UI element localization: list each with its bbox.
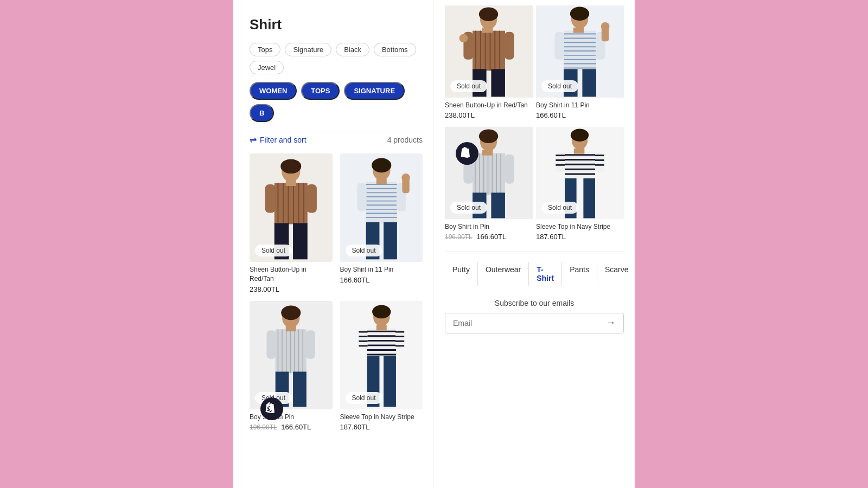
product-image-lp4: Sold out [340, 301, 423, 409]
subscribe-title: Subscribe to our emails [445, 299, 624, 307]
price-value-lp1: 238.00TL [250, 285, 279, 293]
filter-icon: ⇌ [250, 134, 257, 145]
svg-rect-32 [376, 179, 386, 184]
rp-price-original-rp3: 196.00TL [445, 233, 473, 241]
svg-rect-113 [473, 153, 505, 195]
svg-rect-146 [574, 149, 585, 154]
right-product-rp3[interactable]: Sold out Boy Shirt in Pin 196.00TL 166.6… [445, 127, 533, 246]
product-card-lp2[interactable]: Sold out Boy Shirt in 11 Pin 166.60TL [340, 153, 423, 293]
svg-point-89 [459, 34, 468, 43]
product-name-lp1: Sheen Button-Up in Red/Tan [250, 265, 333, 284]
rp-price-val-rp1: 238.00TL [445, 111, 475, 119]
svg-rect-122 [505, 154, 514, 183]
rp-price-val-rp4: 187.60TL [536, 233, 566, 241]
active-filter-signature[interactable]: SIGNATURE [344, 82, 405, 100]
svg-rect-13 [293, 223, 308, 260]
price-original-lp3: 196.00TL [250, 423, 277, 431]
svg-rect-47 [306, 330, 315, 358]
rp-sold-out-rp4: Sold out [541, 202, 578, 214]
svg-rect-11 [307, 184, 317, 213]
footer-nav: Putty Outerwear T-Shirt Pants Scarve [445, 252, 624, 291]
svg-rect-34 [402, 178, 409, 194]
filter-sort-label: Filter and sort [260, 136, 307, 144]
active-filter-tops[interactable]: TOPS [301, 82, 340, 100]
svg-rect-46 [266, 330, 276, 358]
svg-point-76 [479, 8, 498, 22]
rp-price-val-rp3: 166.60TL [476, 233, 506, 241]
right-product-rp2[interactable]: Sold out Boy Shirt in 11 Pin 166.60TL [536, 5, 624, 125]
svg-point-53 [372, 305, 391, 318]
filter-sort-button[interactable]: ⇌ Filter and sort [250, 134, 307, 145]
page-container: Shirt Tops Signature Black Bottoms Jewel… [0, 0, 868, 488]
rp-info-rp2: Boy Shirt in 11 Pin 166.60TL [536, 98, 624, 125]
svg-rect-107 [573, 28, 584, 33]
product-price-lp3: 196.00TL 166.60TL [250, 423, 333, 431]
email-submit-button[interactable]: → [598, 313, 623, 333]
svg-rect-125 [482, 150, 493, 156]
price-value-lp2: 166.60TL [340, 276, 370, 284]
product-price-lp4: 187.60TL [340, 423, 423, 431]
products-grid: Sold out Sheen Button-Up in Red/Tan 238.… [250, 153, 423, 431]
svg-rect-124 [491, 192, 505, 218]
svg-rect-28 [357, 183, 366, 211]
footer-nav-putty[interactable]: Putty [445, 262, 478, 286]
price-value-lp4: 187.60TL [340, 423, 370, 431]
shopify-badge-right[interactable] [456, 142, 478, 165]
footer-nav-pants[interactable]: Pants [562, 262, 597, 286]
sold-out-badge-lp1: Sold out [255, 245, 292, 256]
rp-image-rp3: Sold out [445, 127, 533, 219]
sold-out-badge-lp2: Sold out [346, 245, 382, 256]
rp-name-rp4: Sleeve Top in Navy Stripe [536, 222, 621, 232]
sold-out-badge-lp4: Sold out [346, 392, 382, 404]
svg-rect-106 [582, 69, 596, 97]
active-filter-b[interactable]: B [250, 104, 274, 122]
rp-price-val-rp2: 166.60TL [536, 111, 566, 119]
footer-nav-tshirt[interactable]: T-Shirt [529, 262, 562, 286]
svg-rect-87 [491, 69, 505, 97]
tag-filter-jewel[interactable]: Jewel [250, 61, 284, 74]
rp-sold-out-rp3: Sold out [450, 202, 487, 214]
tag-filters: Tops Signature Black Bottoms Jewel [250, 43, 423, 74]
tag-filter-bottoms[interactable]: Bottoms [374, 43, 416, 56]
rp-price-rp1: 238.00TL [445, 111, 529, 119]
rp-info-rp1: Sheen Button-Up in Red/Tan 238.00TL [445, 98, 533, 125]
svg-rect-145 [583, 178, 595, 219]
product-image-lp3: Sold out [250, 301, 333, 409]
product-card-lp3[interactable]: Sold out Boy Shirt in Pin 196.00TL 166.6… [250, 301, 333, 432]
rp-sold-out-rp2: Sold out [541, 80, 578, 92]
product-count: 4 products [387, 136, 423, 144]
tag-filter-tops[interactable]: Tops [250, 43, 280, 56]
right-product-rp4[interactable]: Sold out Sleeve Top in Navy Stripe 187.6… [536, 127, 624, 246]
right-top-products: Sold out Sheen Button-Up in Red/Tan 238.… [445, 5, 624, 246]
svg-rect-54 [367, 328, 395, 356]
product-name-lp4: Sleeve Top in Navy Stripe [340, 413, 423, 422]
footer-nav-scarve[interactable]: Scarve [597, 262, 635, 286]
svg-rect-49 [293, 371, 307, 407]
svg-rect-10 [265, 184, 276, 213]
rp-sold-out-rp1: Sold out [450, 80, 487, 92]
svg-point-2 [280, 159, 301, 174]
product-card-lp4[interactable]: Sold out Sleeve Top in Navy Stripe 187.6… [340, 301, 423, 432]
svg-point-17 [372, 158, 391, 173]
tag-filter-signature[interactable]: Signature [285, 43, 331, 56]
svg-rect-103 [554, 32, 564, 60]
svg-point-37 [281, 305, 301, 320]
tag-filter-black[interactable]: Black [336, 43, 369, 56]
email-input[interactable] [445, 313, 598, 333]
svg-point-129 [571, 129, 589, 142]
rp-image-rp1: Sold out [445, 5, 533, 98]
rp-image-rp2: Sold out [536, 5, 624, 98]
right-product-rp1[interactable]: Sold out Sheen Button-Up in Red/Tan 238.… [445, 5, 533, 125]
active-filter-women[interactable]: WOMEN [250, 82, 297, 100]
product-price-lp1: 238.00TL [250, 285, 333, 293]
email-form: → [445, 313, 624, 333]
rp-info-rp3: Boy Shirt in Pin 196.00TL 166.60TL [445, 219, 533, 246]
product-price-lp2: 166.60TL [340, 276, 423, 284]
subscribe-section: Subscribe to our emails → [445, 291, 624, 339]
svg-rect-88 [482, 28, 493, 33]
svg-rect-73 [376, 325, 386, 330]
svg-rect-85 [505, 32, 514, 60]
svg-rect-3 [275, 183, 308, 224]
product-card-lp1[interactable]: Sold out Sheen Button-Up in Red/Tan 238.… [250, 153, 333, 293]
footer-nav-outerwear[interactable]: Outerwear [478, 262, 529, 286]
